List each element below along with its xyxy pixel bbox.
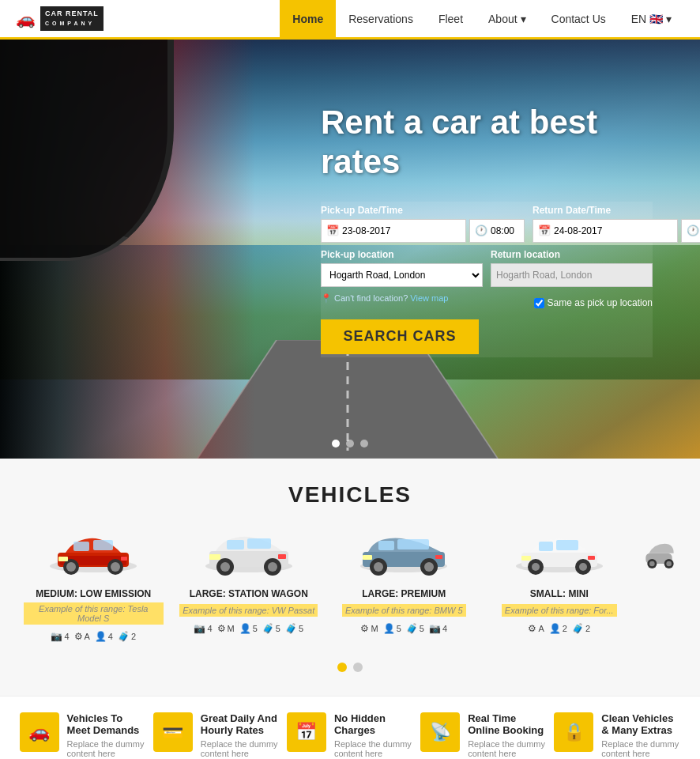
- carousel-dot-2[interactable]: [346, 440, 354, 447]
- return-date-label: Return Date/Time: [533, 205, 700, 216]
- feature-text-2: No Hidden Charges Replace the dummy cont…: [334, 712, 413, 758]
- return-date-input[interactable]: [554, 225, 672, 236]
- svg-rect-32: [378, 541, 394, 550]
- return-location-input[interactable]: [491, 263, 653, 287]
- svg-point-19: [220, 562, 230, 572]
- vehicle-name-1: LARGE: STATION WAGON: [179, 588, 319, 599]
- feature-icon-4: 🔒: [554, 712, 593, 752]
- spec-bags-0: 🧳2: [118, 631, 136, 642]
- spec-doors-1: 📷4: [194, 623, 212, 634]
- hero-title: Rent a car at best rates: [321, 103, 653, 183]
- search-cars-button[interactable]: SEARCH CARS: [321, 319, 479, 354]
- cant-find-location: 📍 Can't find location? View map: [321, 293, 448, 304]
- feature-1: 💳 Great Daily And Hourly Rates Replace t…: [153, 712, 280, 758]
- vehicle-example-2: Example of this range: BMW 5: [342, 604, 466, 617]
- svg-point-9: [66, 562, 76, 572]
- vehicle-name-0: MEDIUM: LOW EMISSION: [24, 588, 164, 599]
- spec-seats-2: 👤5: [383, 623, 401, 634]
- spec-doors-0: 📷4: [51, 631, 69, 642]
- pickup-location-label: Pick-up location: [321, 249, 483, 260]
- return-date-input-wrapper: 📅: [533, 219, 678, 243]
- vehicle-image-1: [179, 527, 319, 582]
- svg-rect-43: [556, 540, 578, 550]
- svg-point-39: [532, 563, 540, 571]
- svg-point-29: [374, 562, 383, 572]
- same-location-label: Same as pick up location: [548, 297, 653, 308]
- vehicle-card-3: SMALL: MINI Example of this range: For..…: [482, 527, 638, 650]
- location-row: Pick-up location Hogarth Road, London Ce…: [321, 249, 653, 287]
- car-icon-2: [356, 531, 451, 578]
- vehicle-card-0: MEDIUM: LOW EMISSION Example of this ran…: [16, 527, 171, 650]
- spec-seats-1: 👤5: [239, 623, 258, 634]
- nav-home[interactable]: Home: [280, 0, 336, 39]
- hero-form-area: Rent a car at best rates Pick-up Date/Ti…: [321, 103, 653, 357]
- vehicle-name-3: SMALL: MINI: [490, 588, 630, 599]
- nav-fleet[interactable]: Fleet: [426, 0, 476, 39]
- nav-lang[interactable]: EN 🇬🇧 ▾: [619, 0, 684, 39]
- feature-desc-4: Replace the dummy content here: [601, 739, 680, 758]
- spec-trans-3: ⚙A: [528, 623, 544, 634]
- pickup-location-select[interactable]: Hogarth Road, London Central London Heat…: [321, 263, 483, 287]
- feature-3: 📡 Real Time Online Booking Replace the d…: [420, 712, 547, 758]
- vehicle-example-0: Example of this range: Tesla Model S: [24, 602, 164, 625]
- svg-point-41: [579, 563, 587, 571]
- feature-text-3: Real Time Online Booking Replace the dum…: [468, 712, 547, 758]
- vehicles-title: VEHICLES: [16, 482, 684, 508]
- svg-rect-34: [363, 555, 372, 560]
- vehicle-dots: [16, 663, 684, 672]
- vehicle-image-3: [490, 527, 630, 582]
- spec-bags-3: 🧳2: [572, 623, 590, 634]
- vehicle-card-1: LARGE: STATION WAGON Example of this ran…: [171, 527, 327, 650]
- pickup-location-select-wrapper: Hogarth Road, London Central London Heat…: [321, 263, 483, 287]
- vehicle-dot-1[interactable]: [337, 663, 347, 672]
- calendar-icon: 📅: [326, 225, 339, 236]
- vehicle-image-4: [645, 527, 676, 582]
- view-map-link[interactable]: View map: [410, 293, 448, 303]
- vehicle-image-2: [334, 527, 474, 582]
- logo-box: CAR RENTAL COMPANY: [40, 6, 103, 31]
- car-icon-1: [201, 531, 296, 578]
- clock-icon: 🕐: [475, 225, 487, 236]
- feature-icon-1: 💳: [153, 712, 193, 752]
- pickup-date-input[interactable]: [342, 225, 461, 236]
- vehicle-example-1: Example of this range: VW Passat: [179, 604, 318, 617]
- feature-title-4: Clean Vehicles & Many Extras: [601, 712, 680, 736]
- nav-about[interactable]: About ▾: [476, 0, 538, 39]
- svg-rect-42: [539, 542, 553, 551]
- feature-title-1: Great Daily And Hourly Rates: [201, 712, 280, 736]
- same-location-checkbox-area: Same as pick up location: [534, 297, 653, 308]
- svg-rect-12: [73, 542, 89, 551]
- nav-reservations[interactable]: Reservations: [336, 0, 426, 39]
- svg-rect-15: [121, 557, 127, 561]
- vehicle-specs-1: 📷4 ⚙M 👤5 🧳5 🧳5: [179, 623, 319, 634]
- spec-bags-2: 🧳5: [406, 623, 424, 634]
- pickup-time-input[interactable]: [491, 225, 522, 236]
- nav-contact[interactable]: Contact Us: [539, 0, 619, 39]
- car-icon-0: [46, 531, 141, 578]
- feature-icon-2: 📅: [287, 712, 326, 752]
- clock-icon-2: 🕐: [687, 225, 699, 236]
- svg-rect-22: [227, 540, 244, 549]
- carousel-dot-1[interactable]: [332, 440, 340, 447]
- carousel-dot-3[interactable]: [360, 440, 368, 447]
- same-location-checkbox[interactable]: [534, 298, 544, 308]
- svg-rect-25: [278, 554, 286, 559]
- car-icon: 🚗: [16, 9, 36, 28]
- vehicle-dot-2[interactable]: [353, 663, 363, 672]
- pickup-date-input-wrapper: 📅: [321, 219, 466, 243]
- nav-links: Home Reservations Fleet About ▾ Contact …: [280, 0, 684, 39]
- feature-title-0: Vehicles To Meet Demands: [67, 712, 146, 736]
- feature-text-1: Great Daily And Hourly Rates Replace the…: [201, 712, 280, 758]
- vehicle-specs-2: ⚙M 👤5 🧳5 📷4: [334, 623, 474, 634]
- vehicle-card-2: LARGE: PREMIUM Example of this range: BM…: [326, 527, 482, 650]
- svg-point-48: [649, 561, 655, 567]
- svg-rect-23: [247, 538, 271, 549]
- pickup-date-label: Pick-up Date/Time: [321, 205, 525, 216]
- svg-point-21: [268, 562, 277, 572]
- vehicles-section: VEHICLES MEDIUM:: [0, 459, 700, 696]
- svg-rect-45: [588, 556, 595, 560]
- spec-bags-1: 🧳5: [262, 623, 280, 634]
- svg-point-31: [424, 562, 434, 572]
- vehicle-image-0: [24, 527, 164, 582]
- feature-desc-2: Replace the dummy content here: [334, 739, 413, 758]
